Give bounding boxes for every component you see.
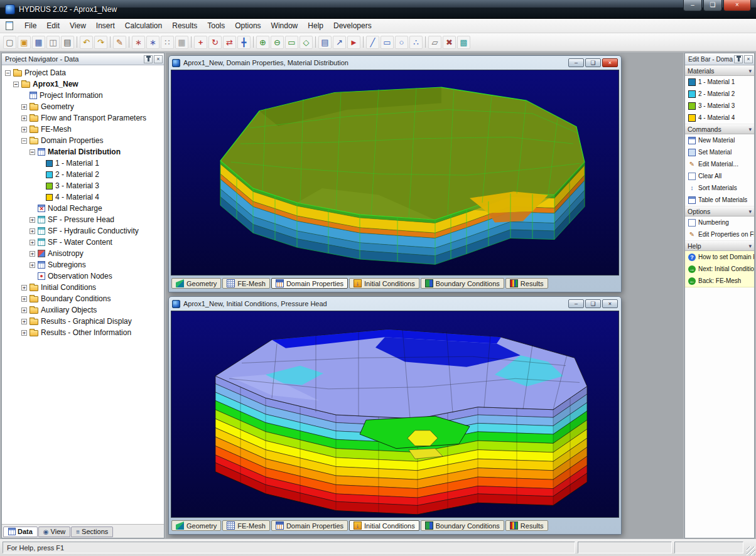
mesh-generator-icon[interactable]: ∗ — [146, 36, 159, 49]
menu-edit[interactable]: Edit — [41, 19, 65, 32]
close-button[interactable]: × — [602, 299, 618, 308]
collapse-icon[interactable] — [21, 138, 27, 144]
tree-item-project-information[interactable]: Project Information — [2, 90, 164, 101]
document-window-pressure-head[interactable]: Aprox1_New, Initial Conditions, Pressure… — [168, 296, 622, 535]
zoom-in-icon[interactable]: ⊕ — [256, 36, 269, 49]
expand-icon[interactable] — [21, 296, 27, 302]
tree-item-observation-nodes[interactable]: Observation Nodes — [2, 270, 164, 282]
view-all-icon[interactable]: ◇ — [300, 36, 313, 49]
tree-item-geometry[interactable]: Geometry — [2, 101, 164, 112]
tab-view[interactable]: ◉View — [38, 527, 70, 537]
commands-section-header[interactable]: Commands ▾ — [685, 124, 754, 134]
material-item-4[interactable]: 4 - Material 4 — [685, 112, 754, 124]
material-item-1[interactable]: 1 - Material 1 — [685, 76, 754, 88]
minimize-button[interactable]: – — [683, 0, 702, 11]
table-view-icon[interactable]: ▤ — [318, 36, 332, 49]
tab-geometry[interactable]: Geometry — [171, 278, 221, 289]
command-table-of-materials[interactable]: Table of Materials — [685, 194, 754, 206]
tree-item-results-graphical-display[interactable]: Results - Graphical Display — [2, 316, 164, 327]
tree-item-fe-mesh[interactable]: FE-Mesh — [2, 124, 164, 135]
tab-initial-conditions[interactable]: Initial Conditions — [349, 520, 419, 531]
axes-tool-icon[interactable]: ╋ — [237, 36, 251, 49]
expand-icon[interactable] — [30, 262, 35, 268]
tab-domain-properties[interactable]: Domain Properties — [271, 278, 348, 289]
tab-sections[interactable]: ≡Sections — [71, 527, 113, 537]
menu-tools[interactable]: Tools — [202, 19, 230, 32]
save-icon[interactable]: ▦ — [32, 36, 45, 49]
grid-toggle-icon[interactable]: ▦ — [175, 36, 188, 49]
tree-item-auxiliary-objects[interactable]: Auxiliary Objects — [2, 304, 164, 316]
collapse-icon[interactable] — [13, 82, 19, 87]
document-icon[interactable] — [6, 21, 13, 30]
tab-domain-properties[interactable]: Domain Properties — [271, 520, 348, 531]
window-views-icon[interactable]: ◫ — [46, 36, 60, 49]
expand-icon[interactable] — [30, 251, 35, 257]
expand-icon[interactable] — [21, 319, 27, 324]
expand-icon[interactable] — [30, 217, 35, 223]
expand-icon[interactable] — [30, 240, 35, 245]
menu-options[interactable]: Options — [230, 19, 266, 32]
tab-fe-mesh[interactable]: FE-Mesh — [222, 278, 270, 289]
pin-icon[interactable] — [734, 55, 743, 63]
materials-section-header[interactable]: Materials ▾ — [685, 65, 754, 76]
menu-window[interactable]: Window — [266, 19, 303, 32]
material-item-3[interactable]: 3 - Material 3 — [685, 100, 754, 112]
refine-mesh-icon[interactable]: ∷ — [161, 36, 174, 49]
close-icon[interactable]: × — [744, 55, 753, 63]
expand-icon[interactable] — [21, 307, 27, 313]
zoom-out-icon[interactable]: ⊖ — [271, 36, 284, 49]
flag-tool-icon[interactable]: ► — [347, 36, 360, 49]
option-edit-properties-fe-mesh[interactable]: Edit Properties on FE-mesh — [685, 228, 754, 240]
tab-initial-conditions[interactable]: Initial Conditions — [349, 278, 419, 289]
tree-item-domain-properties[interactable]: Domain Properties — [2, 135, 164, 146]
maximize-button[interactable]: ❏ — [703, 0, 722, 11]
draw-line-icon[interactable]: ╱ — [366, 36, 379, 49]
document-window-material-distribution[interactable]: Aprox1_New, Domain Properties, Material … — [168, 55, 622, 292]
tab-boundary-conditions[interactable]: Boundary Conditions — [421, 278, 504, 289]
tab-results[interactable]: Results — [505, 520, 548, 531]
tab-data[interactable]: Data — [3, 527, 38, 537]
zoom-extents-icon[interactable]: ▭ — [285, 36, 298, 49]
3d-viewport-pressure-head[interactable] — [171, 311, 619, 518]
print-icon[interactable]: ▤ — [61, 36, 74, 49]
redo-icon[interactable]: ↷ — [94, 36, 107, 49]
tree-item-anisotropy[interactable]: Anisotropy — [2, 248, 164, 259]
menu-results[interactable]: Results — [167, 19, 202, 32]
maximize-button[interactable]: ❏ — [585, 58, 601, 67]
menu-help[interactable]: Help — [303, 19, 328, 32]
tree-item-material-2[interactable]: 2 - Material 2 — [2, 169, 164, 180]
tree-item-results-other-information[interactable]: Results - Other Information — [2, 327, 164, 338]
expand-icon[interactable] — [21, 115, 27, 121]
expand-icon[interactable] — [21, 127, 27, 132]
undo-icon[interactable]: ↶ — [80, 36, 93, 49]
tree-item-sf-water-content[interactable]: SF - Water Content — [2, 237, 164, 248]
tree-item-subregions[interactable]: Subregions — [2, 259, 164, 270]
expand-icon[interactable] — [30, 228, 35, 234]
help-next-initial-conditions[interactable]: Next: Initial Conditions — [685, 263, 754, 275]
tree-item-material-1[interactable]: 1 - Material 1 — [2, 158, 164, 169]
tab-results[interactable]: Results — [505, 278, 548, 289]
tree-item-aprox1-new[interactable]: Aprox1_New — [2, 78, 164, 90]
menu-developers[interactable]: Developers — [328, 19, 377, 32]
draw-rect-icon[interactable]: ▭ — [381, 36, 394, 49]
maximize-button[interactable]: ❏ — [585, 299, 601, 308]
minimize-button[interactable]: – — [568, 58, 584, 67]
help-section-header[interactable]: Help ▾ — [685, 240, 754, 251]
tab-geometry[interactable]: Geometry — [171, 520, 221, 531]
close-button[interactable]: × — [723, 0, 751, 11]
command-set-material[interactable]: Set Material — [685, 146, 754, 158]
collapse-icon[interactable] — [5, 70, 11, 76]
draw-circle-icon[interactable]: ○ — [395, 36, 408, 49]
tree-item-initial-conditions[interactable]: Initial Conditions — [2, 282, 164, 293]
3d-viewport-material-distribution[interactable] — [171, 70, 619, 275]
option-numbering[interactable]: Numbering — [685, 217, 754, 228]
rotate-tool-icon[interactable]: ↻ — [208, 36, 222, 49]
material-item-2[interactable]: 2 - Material 2 — [685, 88, 754, 100]
help-back-fe-mesh[interactable]: Back: FE-Mesh — [685, 275, 754, 287]
snap-tool-icon[interactable]: ∗ — [132, 36, 145, 49]
new-file-icon[interactable]: ▢ — [3, 36, 16, 49]
tree-item-material-distribution[interactable]: Material Distribution — [2, 146, 164, 158]
tree-item-material-3[interactable]: 3 - Material 3 — [2, 180, 164, 191]
tree-item-sf-pressure-head[interactable]: SF - Pressure Head — [2, 214, 164, 225]
numbering-checkbox[interactable] — [688, 219, 696, 227]
